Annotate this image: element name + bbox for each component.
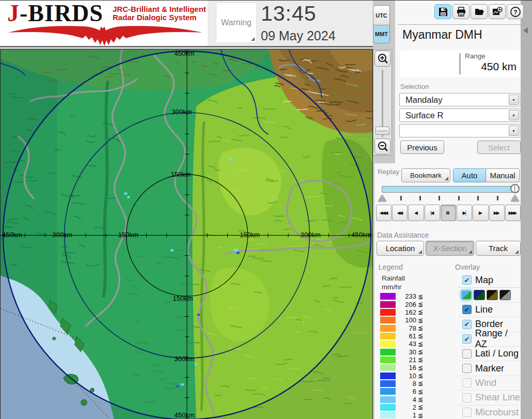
bookmark-button[interactable]: Bookmark xyxy=(401,168,450,182)
logo-subtitle: JRC-Brilliant & Intelligent Radar Dialog… xyxy=(113,5,206,22)
legend-value: 1 xyxy=(396,411,416,419)
overlay-row-microburst[interactable]: Microburst xyxy=(459,405,521,419)
zoom-in-button[interactable] xyxy=(374,51,390,67)
legend-value: 78 xyxy=(396,324,416,332)
overlay-label: Overlay xyxy=(455,263,480,271)
playback-button-7[interactable]: ▶▶ xyxy=(489,205,505,221)
overlay-item-label: Wind xyxy=(475,378,496,389)
legend-value: 43 xyxy=(396,340,416,348)
legend-row: 206≦ xyxy=(380,300,427,308)
panel-edge-strip xyxy=(521,1,532,419)
slider-tick xyxy=(419,196,421,200)
legend-lte-symbol: ≦ xyxy=(418,293,423,300)
legend-value: 30 xyxy=(396,348,416,356)
checkbox[interactable] xyxy=(462,378,472,387)
select-button[interactable]: Select xyxy=(477,141,521,154)
legend-lte-symbol: ≦ xyxy=(418,340,423,348)
range-value: 450 km xyxy=(481,60,517,73)
checkbox[interactable]: ✔ xyxy=(462,334,472,344)
previous-button[interactable]: Previous xyxy=(400,141,444,154)
logo-title-rest: -BIRDS xyxy=(20,0,103,26)
playback-button-4[interactable]: ■ xyxy=(441,205,456,221)
slider-tick xyxy=(477,196,479,200)
overlay-row-shear-line[interactable]: Shear Line xyxy=(459,390,521,405)
site-dropdown[interactable]: Mandalay ▼ xyxy=(399,93,520,106)
zoom-slider-thumb[interactable] xyxy=(375,127,389,135)
overlay-item-label: Range / AZ xyxy=(475,328,521,350)
legend-row: 10≦ xyxy=(380,371,427,379)
legend-swatch xyxy=(380,309,396,316)
legend-swatch xyxy=(380,293,396,300)
overlay-row-range-az[interactable]: ✔Range / AZ xyxy=(459,332,521,346)
chevron-down-icon[interactable]: ▼ xyxy=(509,95,519,105)
chevron-down-icon[interactable]: ▼ xyxy=(509,110,519,120)
replay-slider-thumb[interactable] xyxy=(510,184,520,193)
logo-title: J-BIRDS xyxy=(7,0,103,27)
overlay-row-marker[interactable]: Marker xyxy=(459,361,521,375)
map-style-black-olive[interactable] xyxy=(487,290,498,300)
map-style-blue-green[interactable] xyxy=(461,290,472,300)
overlay-item-label: Line xyxy=(475,304,493,315)
playback-button-6[interactable]: ▶ xyxy=(473,205,488,221)
warning-button[interactable]: Warning xyxy=(216,3,257,43)
da-button-location[interactable]: Location xyxy=(377,241,424,256)
auto-button[interactable]: Auto xyxy=(453,168,486,182)
legend-lte-symbol: ≦ xyxy=(418,356,423,363)
checkbox[interactable] xyxy=(462,349,472,359)
playback-button-1[interactable]: ◀◀ xyxy=(392,205,408,221)
overlay-row-wind[interactable]: Wind xyxy=(459,376,521,390)
replay-slider-track[interactable] xyxy=(382,186,519,193)
overlay-item-label: Marker xyxy=(475,363,504,374)
checkbox[interactable]: ✔ xyxy=(462,320,472,329)
overlay-item-label: Lati / Long xyxy=(475,348,519,359)
da-button-track[interactable]: Track xyxy=(476,241,521,256)
checkbox[interactable]: ✔ xyxy=(462,275,472,285)
legend-title: Rainfall xyxy=(382,274,405,282)
mmt-button[interactable]: MMT xyxy=(373,25,390,43)
print-button[interactable] xyxy=(452,4,470,19)
playback-button-5[interactable]: ▶| xyxy=(457,205,472,221)
playback-button-0[interactable]: ◀◀◀ xyxy=(376,205,392,221)
playback-button-3[interactable]: |◀ xyxy=(425,205,440,221)
legend-lte-symbol: ≦ xyxy=(418,412,423,419)
timezone-toggle: UTC MMT xyxy=(373,5,390,43)
map-style-navy-darkgreen[interactable] xyxy=(474,290,485,300)
slider-tick xyxy=(439,196,440,200)
overlay-row-map[interactable]: ✔Map xyxy=(459,273,521,287)
checkbox[interactable] xyxy=(462,393,472,402)
open-folder-icon xyxy=(474,7,484,17)
manual-button[interactable]: Manual xyxy=(486,168,520,182)
save-button[interactable] xyxy=(434,4,451,19)
add-image-button[interactable] xyxy=(489,4,506,19)
zoom-out-button[interactable] xyxy=(374,138,390,154)
utc-button[interactable]: UTC xyxy=(373,5,390,25)
legend-value: 61 xyxy=(396,332,416,340)
option-dropdown[interactable]: ▼ xyxy=(399,124,520,137)
checkbox[interactable]: ✔ xyxy=(462,305,472,314)
legend-value: 162 xyxy=(396,308,416,316)
help-button[interactable]: ? xyxy=(507,4,524,19)
legend-row: 16≦ xyxy=(380,364,427,371)
open-folder-button[interactable] xyxy=(471,4,488,19)
checkbox[interactable] xyxy=(462,364,472,373)
playback-button-8[interactable]: ▶▶▶ xyxy=(505,205,521,221)
checkbox[interactable] xyxy=(462,408,472,417)
map-style-black-gray[interactable] xyxy=(499,290,511,300)
legend-swatch xyxy=(380,356,396,363)
product-dropdown[interactable]: Surface R ▼ xyxy=(399,108,520,122)
data-assistance-label: Data Assistance xyxy=(377,231,429,239)
collapse-panel-arrow-icon[interactable] xyxy=(523,27,528,34)
legend-lte-symbol: ≦ xyxy=(418,308,423,316)
da-button-x-section[interactable]: X-Section xyxy=(426,241,474,256)
slider-tick xyxy=(497,196,498,200)
chevron-down-icon[interactable]: ▼ xyxy=(509,126,519,136)
legend-row: 30≦ xyxy=(380,348,427,355)
station-title: Myanmar DMH xyxy=(402,28,482,42)
map-style-row xyxy=(459,287,521,302)
legend-value: 100 xyxy=(396,316,416,324)
playback-button-2[interactable]: ◀ xyxy=(408,205,424,221)
overlay-row-lati-long[interactable]: Lati / Long xyxy=(459,346,521,361)
radar-map[interactable]: 450km 300km 150km 150km 300km 450km 450k… xyxy=(0,49,373,419)
overlay-row-line[interactable]: ✔Line xyxy=(459,302,521,317)
svg-text:450km: 450km xyxy=(175,50,195,57)
